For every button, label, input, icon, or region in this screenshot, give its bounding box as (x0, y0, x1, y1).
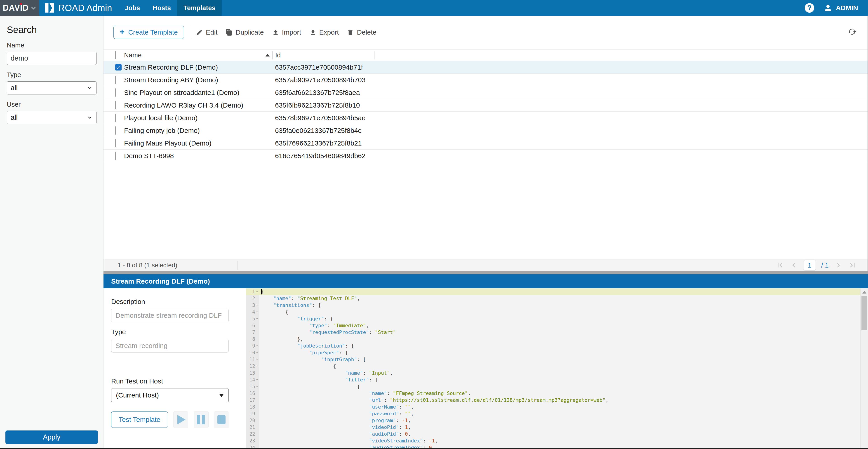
line-number-gutter[interactable]: 5▾ (246, 316, 259, 322)
table-row[interactable]: Sine Playout on sttroaddante1 (Demo)635f… (103, 86, 868, 99)
line-number-gutter[interactable]: 23 (246, 438, 259, 444)
code-line[interactable]: 16 "name": "FFmpeg Streaming Source", (246, 390, 868, 397)
fold-toggle-icon[interactable]: ▾ (255, 288, 259, 295)
code-line[interactable]: 18 "userName": "", (246, 404, 868, 410)
table-row[interactable]: Failing Maus Playout (Demo)635f769662133… (103, 137, 868, 150)
help-icon[interactable] (805, 3, 814, 13)
line-number-gutter[interactable]: 12▾ (246, 363, 259, 370)
first-page-icon[interactable] (776, 261, 784, 269)
fold-toggle-icon[interactable]: ▾ (255, 343, 259, 349)
table-row[interactable]: Stream Recording DLF (Demo)6357acc3971e7… (103, 61, 868, 74)
scrollbar-thumb[interactable] (862, 296, 867, 330)
code-line[interactable]: 15▾ { (246, 383, 868, 390)
table-row[interactable]: Failing empty job (Demo)635fa0e06213367b… (103, 124, 868, 137)
next-page-icon[interactable] (834, 261, 843, 269)
line-number-gutter[interactable]: 8 (246, 336, 259, 343)
create-template-button[interactable]: Create Template (114, 26, 184, 39)
fold-toggle-icon[interactable]: ▾ (255, 349, 259, 356)
line-number-gutter[interactable]: 18 (246, 404, 259, 410)
code-line[interactable]: 10▾ "pipeSpec": { (246, 349, 868, 356)
column-header-name[interactable]: Name (124, 52, 142, 59)
line-number-gutter[interactable]: 21 (246, 424, 259, 431)
line-number-gutter[interactable]: 2 (246, 295, 259, 302)
delete-button[interactable]: Delete (347, 29, 376, 36)
name-filter-input[interactable] (7, 52, 96, 65)
row-checkbox[interactable] (115, 139, 116, 147)
test-template-button[interactable]: Test Template (111, 412, 168, 428)
fold-toggle-icon[interactable]: ▾ (255, 363, 259, 370)
nav-item-templates[interactable]: Templates (177, 0, 222, 16)
code-line[interactable]: 6 "type": "Immediate", (246, 322, 868, 329)
code-line[interactable]: 19 "password": "", (246, 410, 868, 417)
code-line[interactable]: 23 "videoStreamIndex": -1, (246, 438, 868, 444)
line-number-gutter[interactable]: 7 (246, 329, 259, 336)
editor-scrollbar[interactable] (860, 288, 868, 448)
line-number-gutter[interactable]: 3▾ (246, 302, 259, 309)
row-checkbox[interactable] (115, 88, 116, 97)
current-page-input[interactable]: 1 (804, 260, 816, 270)
code-line[interactable]: 1▾{ (246, 288, 868, 295)
row-checkbox[interactable] (115, 76, 116, 84)
code-line[interactable]: 7 "requestedProcState": "Start" (246, 329, 868, 336)
code-line[interactable]: 17 "url": "https://st01.sslstream.dlf.de… (246, 397, 868, 404)
line-number-gutter[interactable]: 19 (246, 410, 259, 417)
code-line[interactable]: 13 "name": "Input", (246, 370, 868, 377)
select-all-checkbox[interactable] (115, 51, 116, 59)
code-line[interactable]: 5▾ "trigger": { (246, 316, 868, 322)
line-number-gutter[interactable]: 6 (246, 322, 259, 329)
code-line[interactable]: 12▾ { (246, 363, 868, 370)
apply-button[interactable]: Apply (5, 430, 98, 444)
line-number-gutter[interactable]: 14▾ (246, 377, 259, 383)
line-number-gutter[interactable]: 13 (246, 370, 259, 377)
description-field[interactable]: Demonstrate stream recording DLF (111, 309, 229, 322)
code-line[interactable]: 14▾ "filter": [ (246, 377, 868, 383)
host-select[interactable]: (Current Host) (111, 388, 229, 402)
line-number-gutter[interactable]: 22 (246, 431, 259, 438)
row-checkbox[interactable] (115, 64, 122, 70)
row-checkbox[interactable] (115, 126, 116, 135)
line-number-gutter[interactable]: 9▾ (246, 343, 259, 349)
play-button[interactable] (173, 411, 188, 428)
code-line[interactable]: 21 "videoPid": 1, (246, 424, 868, 431)
sort-ascending-icon[interactable] (266, 54, 270, 57)
column-header-id[interactable]: Id (272, 51, 374, 59)
nav-item-hosts[interactable]: Hosts (147, 0, 177, 16)
edit-button[interactable]: Edit (196, 29, 218, 36)
fold-toggle-icon[interactable]: ▾ (255, 383, 259, 390)
david-menu-button[interactable]: DAVID (0, 0, 39, 16)
line-number-gutter[interactable]: 11▾ (246, 356, 259, 363)
table-row[interactable]: Demo STT-6998616e765419d054609849db62 (103, 150, 868, 162)
pause-button[interactable] (194, 411, 209, 428)
fold-toggle-icon[interactable]: ▾ (255, 377, 259, 383)
json-code-editor[interactable]: 1▾{2 "name": "Streaming Test DLF",3▾ "tr… (246, 288, 868, 448)
code-line[interactable]: 24 "audioStreamIndex": 0, (246, 444, 868, 448)
code-line[interactable]: 9▾ "jobDescription": { (246, 343, 868, 349)
stop-button[interactable] (214, 411, 229, 428)
line-number-gutter[interactable]: 15▾ (246, 383, 259, 390)
line-number-gutter[interactable]: 17 (246, 397, 259, 404)
type-field[interactable]: Stream recording (111, 339, 229, 353)
export-button[interactable]: Export (309, 29, 339, 36)
scroll-up-icon[interactable] (862, 291, 866, 293)
fold-toggle-icon[interactable]: ▾ (255, 302, 259, 309)
nav-item-jobs[interactable]: Jobs (118, 0, 147, 16)
code-line[interactable]: 3▾ "transitions": [ (246, 302, 868, 309)
code-line[interactable]: 22 "audioPid": 0, (246, 431, 868, 438)
row-checkbox[interactable] (115, 101, 116, 109)
fold-toggle-icon[interactable]: ▾ (255, 316, 259, 322)
code-line[interactable]: 20 "program": -1, (246, 417, 868, 424)
line-number-gutter[interactable]: 4▾ (246, 309, 259, 316)
refresh-icon[interactable] (848, 27, 857, 36)
code-line[interactable]: 8 }, (246, 336, 868, 343)
code-line[interactable]: 4▾ { (246, 309, 868, 316)
line-number-gutter[interactable]: 24 (246, 444, 259, 448)
previous-page-icon[interactable] (789, 261, 798, 269)
line-number-gutter[interactable]: 16 (246, 390, 259, 397)
row-checkbox[interactable] (115, 114, 116, 122)
user-filter-select[interactable]: all (7, 111, 96, 124)
code-line[interactable]: 2 "name": "Streaming Test DLF", (246, 295, 868, 302)
import-button[interactable]: Import (272, 29, 301, 36)
table-row[interactable]: Playout local file (Demo)63578b96971e705… (103, 111, 868, 124)
last-page-icon[interactable] (848, 261, 857, 269)
type-filter-select[interactable]: all (7, 82, 96, 94)
